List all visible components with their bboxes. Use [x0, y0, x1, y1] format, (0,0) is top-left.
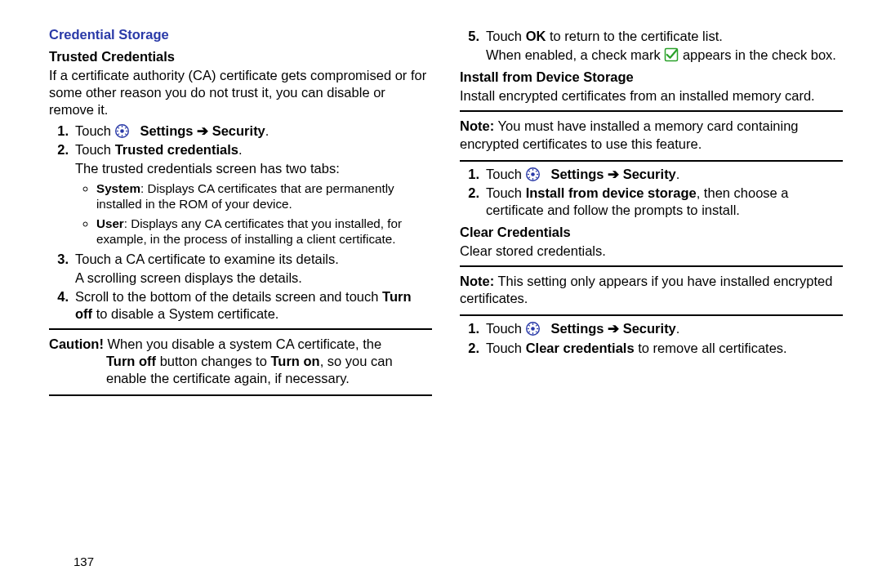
divider: [460, 314, 843, 316]
install-steps-list: 1. Touch Settings ➔ Security. 2. Touch I…: [460, 166, 843, 219]
step-text: Touch a CA certificate to examine its de…: [75, 252, 339, 266]
system-text: : Displays CA certificates that are perm…: [96, 181, 394, 211]
step-text-end: to remove all certificates.: [635, 341, 787, 355]
trusted-credentials-label: Trusted credentials: [115, 142, 238, 157]
note-text: You must have installed a memory card co…: [460, 118, 799, 150]
step-number: 1.: [460, 320, 479, 337]
settings-icon: [526, 167, 540, 181]
trusted-steps-continued: 5. Touch OK to return to the certificate…: [460, 28, 843, 64]
step-number: 5.: [460, 28, 479, 45]
step-number: 1.: [49, 122, 69, 140]
arrow-icon: ➔: [197, 123, 212, 138]
install-intro-paragraph: Install encrypted certificates from an i…: [460, 87, 843, 105]
svg-rect-27: [528, 325, 530, 327]
svg-rect-23: [532, 323, 532, 325]
svg-rect-30: [535, 325, 537, 327]
caution-block: Caution! When you disable a system CA ce…: [49, 334, 432, 389]
step-5-line2: When enabled, a check mark appears in th…: [486, 47, 843, 64]
caution-mid: button changes to: [156, 354, 270, 368]
right-column: 5. Touch OK to return to the certificate…: [460, 26, 843, 400]
caution-body: Turn off button changes to Turn on, so y…: [49, 353, 432, 387]
note-text: This setting only appears if you have in…: [460, 274, 832, 305]
step-text: Touch: [486, 185, 526, 200]
divider: [460, 160, 843, 162]
svg-rect-5: [126, 130, 127, 131]
check-line-a: When enabled, a check mark: [486, 47, 664, 62]
step-number: 1.: [460, 166, 479, 183]
svg-rect-18: [535, 176, 537, 178]
settings-icon: [115, 124, 129, 138]
turn-on-label: Turn on: [270, 354, 319, 368]
trusted-steps-list: 1. Touch Settings ➔ Security. 2. Touch T…: [49, 122, 432, 323]
page: Credential Storage Trusted Credentials I…: [0, 0, 882, 588]
note-setting-appears: Note: This setting only appears if you h…: [460, 271, 843, 309]
step-number: 2.: [49, 141, 69, 158]
step-2: 2. Touch Clear credentials to remove all…: [483, 340, 843, 357]
security-label: Security: [623, 321, 676, 336]
two-tabs-line: The trusted credentials screen has two t…: [75, 160, 432, 177]
tabs-bullets: System: Displays CA certificates that ar…: [83, 180, 432, 247]
section-title-credential-storage: Credential Storage: [49, 26, 432, 43]
settings-label: Settings: [140, 123, 193, 138]
step-number: 3.: [49, 251, 69, 268]
step-5: 5. Touch OK to return to the certificate…: [483, 28, 843, 64]
svg-rect-28: [535, 332, 537, 333]
svg-rect-17: [528, 170, 530, 172]
step-text: Touch: [486, 341, 526, 355]
step-text-end: to return to the certificate list.: [546, 29, 722, 43]
step-2: 2. Touch Install from device storage, th…: [483, 185, 843, 219]
turn-off-label: Turn off: [106, 354, 156, 368]
settings-icon: [526, 322, 540, 336]
svg-point-12: [531, 172, 535, 176]
svg-rect-8: [118, 133, 119, 135]
two-column-layout: Credential Storage Trusted Credentials I…: [49, 26, 843, 400]
install-from-device-storage-label: Install from device storage: [526, 185, 697, 200]
note-label: Note:: [460, 274, 494, 288]
step-text: Touch: [75, 142, 115, 157]
svg-rect-7: [124, 133, 126, 135]
ok-label: OK: [526, 29, 546, 43]
clear-steps-list: 1. Touch Settings ➔ Security. 2. Touch C…: [460, 320, 843, 356]
checkmark-icon: [664, 47, 679, 62]
page-number: 137: [74, 555, 94, 568]
svg-point-22: [531, 327, 535, 332]
bullet-system: System: Displays CA certificates that ar…: [96, 180, 432, 212]
check-line-b: appears in the check box.: [683, 47, 836, 62]
svg-rect-24: [532, 333, 532, 335]
step-4: 4. Scroll to the bottom of the details s…: [72, 288, 432, 323]
svg-rect-26: [537, 328, 538, 329]
divider: [460, 110, 843, 112]
step-text: Scroll to the bottom of the details scre…: [75, 289, 382, 304]
step-3: 3. Touch a CA certificate to examine its…: [72, 251, 432, 287]
svg-rect-16: [537, 174, 538, 175]
svg-rect-3: [121, 135, 122, 136]
subhead-trusted-credentials: Trusted Credentials: [49, 48, 432, 65]
step-number: 4.: [49, 288, 69, 305]
caution-text-a: When you disable a system CA certificate…: [104, 336, 381, 351]
user-label: User: [96, 216, 124, 230]
step-number: 2.: [460, 340, 479, 357]
svg-rect-6: [118, 127, 119, 128]
step-2: 2. Touch Trusted credentials. The truste…: [72, 141, 432, 247]
trusted-intro-paragraph: If a certificate authority (CA) certific…: [49, 67, 432, 118]
settings-label: Settings: [550, 321, 604, 336]
step-1: 1. Touch Settings ➔ Security.: [72, 122, 432, 140]
svg-rect-19: [528, 176, 530, 178]
step-text-end: to disable a System certificate.: [92, 306, 278, 321]
subhead-clear-credentials: Clear Credentials: [460, 224, 843, 241]
svg-rect-2: [121, 125, 122, 127]
step-text: Touch: [486, 167, 526, 181]
svg-rect-14: [532, 178, 532, 180]
svg-rect-20: [535, 170, 537, 172]
svg-rect-13: [532, 168, 532, 170]
system-label: System: [96, 181, 140, 195]
security-label: Security: [623, 167, 676, 181]
bullet-user: User: Displays any CA certificates that …: [96, 216, 432, 247]
step-text: Touch: [486, 29, 526, 43]
clear-intro-paragraph: Clear stored credentials.: [460, 243, 843, 260]
settings-label: Settings: [550, 167, 604, 181]
step-text: Touch: [486, 321, 526, 336]
step-number: 2.: [460, 185, 479, 202]
clear-credentials-label: Clear credentials: [526, 341, 635, 355]
arrow-icon: ➔: [608, 321, 623, 336]
